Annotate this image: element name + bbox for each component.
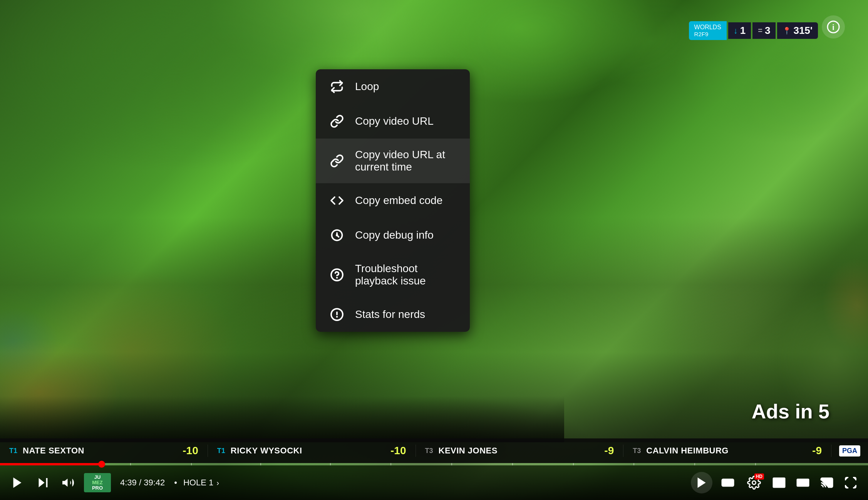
debug-icon [330, 228, 344, 242]
skip-button[interactable] [33, 473, 52, 492]
chapter-mark [755, 463, 756, 465]
svg-marker-13 [698, 478, 706, 488]
menu-label-stats: Stats for nerds [355, 308, 425, 321]
question-icon [330, 268, 344, 282]
svg-point-15 [752, 481, 756, 485]
ticker-name-1: NATE SEXTON [23, 446, 177, 456]
svg-marker-10 [39, 478, 45, 487]
current-time: 4:39 [120, 478, 137, 487]
fullscreen-button[interactable] [841, 473, 860, 492]
ticker-rank-3: T3 [425, 447, 433, 455]
embed-icon [330, 193, 344, 208]
scoreboard-par: = 3 [752, 22, 776, 39]
hole-info[interactable]: HOLE 1 › [183, 478, 219, 488]
settings-button[interactable]: HD [743, 472, 765, 493]
video-player[interactable]: i WORLDS R2F9 ↓ 1 = 3 📍 315' [0, 0, 868, 500]
menu-item-stats[interactable]: Stats for nerds [316, 297, 470, 332]
svg-point-3 [336, 234, 338, 236]
ticker-rank-1: T1 [9, 447, 17, 455]
chapter-mark [191, 463, 192, 465]
pga-logo: PGA [831, 445, 868, 457]
theater-mode-button[interactable] [793, 473, 813, 492]
ticker-player-1: T1 NATE SEXTON -10 [0, 445, 208, 457]
channel-logo: JU MEZ PRO [84, 473, 111, 492]
svg-text:i: i [832, 23, 834, 32]
menu-item-copy-embed[interactable]: Copy embed code [316, 183, 470, 218]
play-button[interactable] [8, 473, 27, 492]
par-number: 3 [765, 25, 770, 37]
menu-item-copy-url[interactable]: Copy video URL [316, 104, 470, 139]
ticker-player-2: T1 RICKY WYSOCKI -10 [208, 445, 416, 457]
ticker-score-4: -9 [812, 445, 822, 457]
menu-item-copy-debug[interactable]: Copy debug info [316, 218, 470, 253]
loop-icon [330, 79, 344, 94]
controls-bar: JU MEZ PRO 4:39 / 39:42 • HOLE 1 › [0, 465, 868, 500]
menu-item-troubleshoot[interactable]: Troubleshoot playback issue [316, 253, 470, 297]
menu-item-copy-url-time[interactable]: Copy video URL at current time [316, 139, 470, 183]
time-display: 4:39 / 39:42 [120, 478, 165, 488]
svg-marker-9 [13, 478, 22, 488]
total-time: 39:42 [144, 478, 165, 487]
time-separator: / [139, 478, 144, 487]
ticker-score-2: -10 [390, 445, 406, 457]
cast-button[interactable] [817, 473, 836, 492]
menu-item-loop[interactable]: Loop [316, 69, 470, 104]
chapter-mark [260, 463, 261, 465]
chapter-mark [130, 463, 131, 465]
menu-label-copy-debug: Copy debug info [355, 229, 434, 241]
ticker-rank-4: T3 [633, 447, 641, 455]
hole-arrow: › [216, 478, 219, 487]
chapter-mark [451, 463, 452, 465]
ticker-rank-2: T1 [217, 447, 225, 455]
svg-rect-18 [797, 479, 809, 486]
right-controls: HD [691, 472, 860, 493]
ads-countdown: Ads in 5 [752, 400, 829, 423]
hole-label: HOLE 1 [183, 478, 213, 488]
chapter-mark [390, 463, 391, 465]
context-menu: Loop Copy video URL Copy video URL at cu… [316, 69, 470, 332]
stats-info-icon [330, 307, 344, 322]
link-time-icon [330, 154, 344, 168]
menu-label-copy-embed: Copy embed code [355, 194, 442, 207]
captions-button[interactable] [717, 472, 739, 493]
event-round: R2F9 [694, 31, 721, 38]
dot-separator: • [174, 478, 177, 488]
progress-bar[interactable] [0, 463, 868, 465]
hd-badge: HD [754, 473, 764, 480]
info-button[interactable]: i [822, 15, 845, 38]
score-ticker: T1 NATE SEXTON -10 T1 RICKY WYSOCKI -10 … [0, 438, 868, 463]
scoreboard-distance: 📍 315' [777, 22, 818, 39]
ticker-score-1: -10 [183, 445, 198, 457]
scoreboard-hole: ↓ 1 [728, 22, 751, 39]
chapter-mark [330, 463, 331, 465]
ads-label: Ads in 5 [752, 400, 829, 423]
ticker-name-2: RICKY WYSOCKI [231, 446, 385, 456]
scoreboard: WORLDS R2F9 ↓ 1 = 3 📍 315' [689, 21, 818, 40]
pga-logo-text: PGA [839, 445, 860, 457]
volume-button[interactable] [59, 473, 78, 492]
svg-rect-14 [722, 479, 734, 486]
menu-label-copy-url-time: Copy video URL at current time [355, 149, 456, 173]
chapter-mark [633, 463, 634, 465]
player-bar: T1 NATE SEXTON -10 T1 RICKY WYSOCKI -10 … [0, 438, 868, 500]
hole-number: 1 [740, 25, 746, 37]
link-icon [330, 114, 344, 129]
chapter-mark [694, 463, 695, 465]
chapter-play-button[interactable] [691, 472, 712, 493]
menu-label-copy-url: Copy video URL [355, 115, 434, 127]
chapter-mark [573, 463, 574, 465]
ticker-player-4: T3 CALVIN HEIMBURG -9 [623, 445, 831, 457]
svg-rect-17 [779, 483, 784, 486]
svg-marker-12 [62, 479, 68, 487]
menu-label-loop: Loop [355, 80, 379, 93]
miniplayer-button[interactable] [769, 473, 789, 492]
ticker-name-3: KEVIN JONES [439, 446, 599, 456]
progress-thumb[interactable] [98, 461, 105, 468]
ticker-name-4: CALVIN HEIMBURG [646, 446, 807, 456]
event-name: WORLDS [694, 23, 721, 31]
menu-label-troubleshoot: Troubleshoot playback issue [355, 263, 456, 287]
ticker-score-3: -9 [604, 445, 614, 457]
progress-fill [0, 463, 102, 465]
distance-value: 315' [793, 25, 813, 37]
chapter-mark [512, 463, 513, 465]
